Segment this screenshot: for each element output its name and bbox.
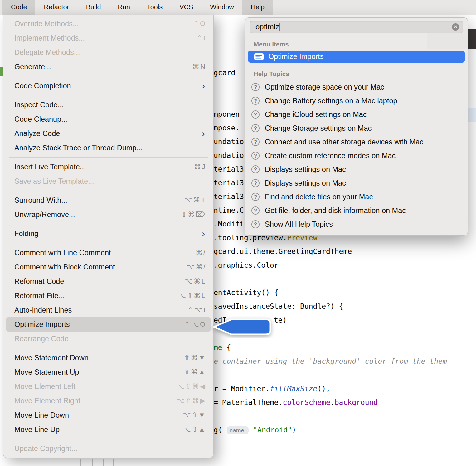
code-line: terial3 bbox=[214, 190, 244, 203]
help-circle-icon: ? bbox=[251, 138, 260, 146]
menubar-item-help[interactable]: Help bbox=[242, 0, 273, 15]
code-menu-item-move-statement-up[interactable]: Move Statement Up⇧⌘▲ bbox=[6, 365, 211, 379]
code-line: terial3 bbox=[214, 176, 244, 190]
code-menu-item-move-line-up[interactable]: Move Line Up⌥⇧▲ bbox=[6, 422, 211, 437]
menu-item-shortcut: ⌥⇧⌘L bbox=[178, 292, 206, 300]
help-topic-row[interactable]: ?Displays settings on Mac bbox=[245, 176, 468, 190]
code-menu-list: Override Methods...⌃OImplement Methods..… bbox=[3, 17, 213, 456]
menu-item-label: Comment with Line Comment bbox=[14, 249, 196, 257]
help-topic-row[interactable]: ?Change iCloud settings on Mac bbox=[245, 108, 468, 121]
code-segment: { bbox=[227, 343, 231, 352]
menu-item-shortcut: ⇧⌘▼ bbox=[184, 354, 206, 362]
code-menu-item-implement-methods: Implement Methods...⌃I bbox=[6, 31, 211, 45]
code-menu-item-save-as-live-template: Save as Live Template... bbox=[6, 174, 211, 188]
help-topics-section-header: Help Topics bbox=[254, 70, 468, 78]
menubar-item-window[interactable]: Window bbox=[202, 0, 242, 15]
help-topic-row[interactable]: ?Optimize storage space on your Mac bbox=[245, 80, 468, 94]
text-caret bbox=[279, 23, 280, 31]
code-menu-item-optimize-imports[interactable]: Optimize Imports⌃⌥O bbox=[6, 317, 211, 332]
code-segment: entActivity() { bbox=[214, 289, 279, 297]
help-topic-row[interactable]: ?Get file, folder, and disk information … bbox=[245, 204, 468, 217]
code-menu-item-analyze-code[interactable]: Analyze Code› bbox=[6, 126, 211, 141]
code-segment: .Modifi bbox=[214, 220, 244, 228]
menu-item-shortcut: ⌘N bbox=[192, 63, 206, 71]
code-menu-item-code-cleanup[interactable]: Code Cleanup... bbox=[6, 112, 211, 126]
help-circle-icon: ? bbox=[251, 83, 260, 91]
decorative-tick bbox=[113, 459, 114, 466]
menu-item-shortcut: ⌃I bbox=[197, 34, 206, 42]
code-menu-item-override-methods: Override Methods...⌃O bbox=[6, 17, 211, 31]
code-segment: terial3 bbox=[214, 179, 244, 187]
code-line: savedInstanceState: Bundle?) { bbox=[214, 299, 343, 313]
code-menu-item-reformat-code[interactable]: Reformat Code⌥⌘L bbox=[6, 274, 211, 289]
code-segment: g( bbox=[214, 426, 227, 434]
menu-item-shortcut: ⌘/ bbox=[196, 249, 206, 257]
help-topic-label: Connect and use other storage devices wi… bbox=[265, 138, 423, 146]
code-menu-item-auto-indent-lines[interactable]: Auto-Indent Lines⌃⌥I bbox=[6, 303, 211, 317]
help-topic-row[interactable]: ?Connect and use other storage devices w… bbox=[245, 135, 468, 149]
menubar-item-vcs[interactable]: VCS bbox=[171, 0, 202, 15]
help-circle-icon: ? bbox=[251, 97, 260, 105]
code-menu-item-inspect-code[interactable]: Inspect Code... bbox=[6, 98, 211, 112]
menu-item-label: Implement Methods... bbox=[14, 34, 197, 42]
menubar-item-tools[interactable]: Tools bbox=[138, 0, 171, 15]
clear-search-icon[interactable]: ✕ bbox=[452, 23, 459, 31]
code-menu-item-comment-with-block-comment[interactable]: Comment with Block Comment⌥⌘/ bbox=[6, 260, 211, 274]
parameter-hint: name: bbox=[227, 426, 249, 434]
menu-item-label: Surround With... bbox=[14, 196, 184, 205]
code-segment: . bbox=[330, 398, 335, 406]
menu-item-label: Auto-Indent Lines bbox=[14, 306, 188, 314]
code-line: entActivity() { bbox=[214, 286, 279, 299]
help-topic-label: Displays settings on Mac bbox=[265, 165, 346, 174]
help-topic-row[interactable]: ?Change Storage settings on Mac bbox=[245, 121, 468, 135]
code-menu-item-reformat-file[interactable]: Reformat File...⌥⇧⌘L bbox=[6, 289, 211, 303]
code-segment bbox=[249, 426, 253, 434]
code-menu-item-unwrap-remove[interactable]: Unwrap/Remove...⇧⌘⌦ bbox=[6, 207, 211, 222]
menubar-item-build[interactable]: Build bbox=[78, 0, 109, 15]
code-segment: me bbox=[214, 343, 227, 352]
code-segment: undatio bbox=[214, 151, 244, 159]
help-topic-row[interactable]: ?Find and delete files on your Mac bbox=[245, 190, 468, 204]
code-segment: background bbox=[335, 398, 378, 406]
code-menu-item-surround-with[interactable]: Surround With...⌥⌘T bbox=[6, 193, 211, 207]
help-topic-row[interactable]: ?Change Battery settings on a Mac laptop bbox=[245, 94, 468, 108]
menu-item-shortcut: ⌃⌥I bbox=[188, 306, 206, 314]
code-menu-item-move-line-down[interactable]: Move Line Down⌥⇧▼ bbox=[6, 408, 211, 422]
menu-item-shortcut: ⌃O bbox=[193, 20, 206, 28]
code-line: ntime.C bbox=[214, 203, 244, 217]
code-menu-item-insert-live-template[interactable]: Insert Live Template...⌘J bbox=[6, 160, 211, 174]
code-menu-item-generate[interactable]: Generate...⌘N bbox=[6, 60, 211, 74]
code-segment: savedInstanceState: Bundle?) { bbox=[214, 302, 343, 310]
menu-item-label: Move Statement Down bbox=[14, 354, 184, 362]
menu-item-shortcut: ⌥⇧⌘▶ bbox=[177, 397, 206, 405]
help-topic-label: Change Battery settings on a Mac laptop bbox=[265, 97, 397, 105]
code-line: mponen bbox=[214, 107, 240, 121]
menu-item-label: Override Methods... bbox=[14, 20, 193, 28]
help-topic-label: Show All Help Topics bbox=[265, 220, 333, 229]
code-menu-item-analyze-stack-trace-or-thread-dump[interactable]: Analyze Stack Trace or Thread Dump... bbox=[6, 141, 211, 155]
help-topic-row[interactable]: ?Displays settings on Mac bbox=[245, 163, 468, 176]
menu-item-label: Inspect Code... bbox=[14, 101, 206, 109]
help-topic-row[interactable]: ?Show All Help Topics bbox=[245, 217, 468, 231]
help-topics-list: ?Optimize storage space on your Mac?Chan… bbox=[245, 80, 468, 231]
search-result-label: Optimize Imports bbox=[268, 52, 324, 61]
menu-item-label: Delegate Methods... bbox=[14, 48, 206, 57]
code-menu-item-comment-with-line-comment[interactable]: Comment with Line Comment⌘/ bbox=[6, 245, 211, 260]
menu-item-label: Analyze Code bbox=[14, 129, 202, 138]
code-menu: Override Methods...⌃OImplement Methods..… bbox=[3, 15, 214, 458]
code-menu-item-folding[interactable]: Folding› bbox=[6, 226, 211, 241]
help-search-field[interactable]: optimiz ✕ bbox=[250, 21, 463, 33]
code-segment: te) bbox=[274, 316, 287, 324]
help-topic-row[interactable]: ?Create custom reference modes on Mac bbox=[245, 149, 468, 163]
code-segment: mponen bbox=[214, 110, 240, 118]
code-menu-item-move-statement-down[interactable]: Move Statement Down⇧⌘▼ bbox=[6, 351, 211, 365]
menubar-item-run[interactable]: Run bbox=[109, 0, 138, 15]
menu-separator bbox=[9, 439, 208, 439]
search-result-optimize-imports[interactable]: Optimize Imports bbox=[248, 51, 465, 63]
code-line: terial3 bbox=[214, 162, 244, 176]
background-remnant bbox=[0, 67, 3, 76]
menubar-item-code[interactable]: Code bbox=[2, 0, 35, 15]
screen: gcardmponenmpose.undatioundatioterial3te… bbox=[0, 0, 476, 466]
menubar-item-refactor[interactable]: Refactor bbox=[35, 0, 77, 15]
code-menu-item-code-completion[interactable]: Code Completion› bbox=[6, 79, 211, 93]
